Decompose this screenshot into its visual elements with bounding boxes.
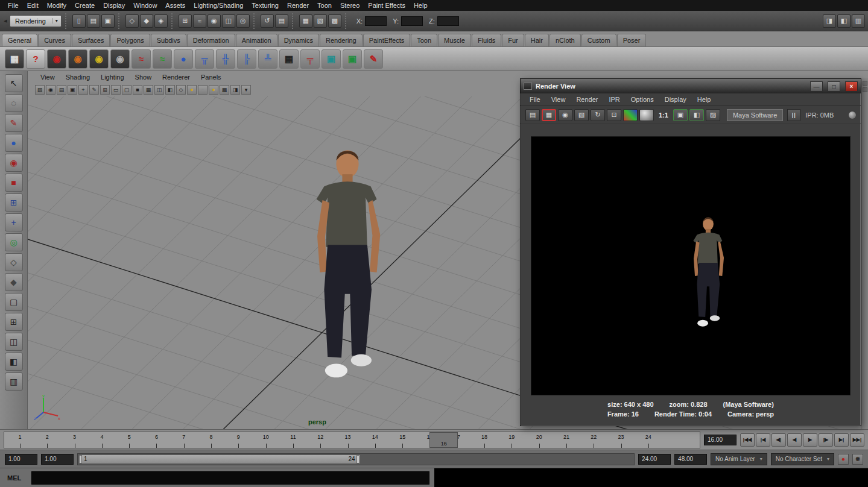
layout-hypergraph-pane-icon[interactable]: ▥: [5, 372, 23, 391]
layout-four-pane-icon[interactable]: ⊞: [5, 313, 23, 331]
toon-line-icon[interactable]: ≈: [153, 49, 172, 69]
timeline-tick[interactable]: 12: [320, 432, 347, 448]
menubar-item[interactable]: Stereo: [336, 1, 364, 10]
construction-history-icon[interactable]: ↺: [261, 14, 274, 28]
timeline-tick[interactable]: 24: [648, 432, 676, 448]
range-start-handle[interactable]: [79, 455, 82, 463]
show-manipulator-tool-icon[interactable]: ◇: [5, 253, 23, 271]
time-slider[interactable]: 123456789101112131415161718192021222324 …: [4, 432, 700, 448]
range-slider[interactable]: 1 24: [77, 453, 635, 465]
shelf-tab[interactable]: PaintEffects: [363, 34, 411, 46]
go-to-start-button[interactable]: |◀◀: [740, 433, 755, 447]
vp-safe-title-icon[interactable]: ◧: [165, 85, 175, 95]
timeline-tick[interactable]: 5: [129, 432, 156, 448]
shelf-tab[interactable]: Surfaces: [72, 34, 110, 46]
rotate-tool-icon[interactable]: ◉: [5, 154, 23, 172]
paint-effects-icon[interactable]: ≈: [131, 49, 151, 69]
universal-manipulator-icon[interactable]: ⊞: [5, 193, 23, 212]
paint-brush-icon[interactable]: ✎: [364, 49, 383, 69]
collapse-section-icon[interactable]: ◀: [3, 19, 8, 24]
container-icon[interactable]: ▣: [322, 49, 341, 69]
menubar-item[interactable]: Edit: [23, 1, 43, 10]
viewport-menu-item[interactable]: Panels: [195, 74, 227, 81]
snap-grid-icon[interactable]: ⊞: [179, 14, 192, 28]
viewport-menu-item[interactable]: Lighting: [95, 74, 130, 81]
timeline-tick[interactable]: 2: [47, 432, 74, 448]
camera-aim-icon[interactable]: ◉: [68, 49, 87, 69]
render-settings-icon[interactable]: ▩: [328, 14, 341, 28]
timeline-tick[interactable]: 21: [566, 432, 594, 448]
y-coordinate-input[interactable]: [401, 16, 423, 26]
ipr-render-icon[interactable]: ▧: [574, 109, 589, 121]
character-model[interactable]: [287, 142, 408, 403]
animation-end-field[interactable]: 48.00: [674, 454, 707, 465]
node-tree-icon[interactable]: ╠: [237, 49, 256, 69]
toggle-channel-box-icon[interactable]: ▥: [852, 14, 865, 28]
timeline-tick[interactable]: 22: [594, 432, 621, 448]
menubar-item[interactable]: Display: [99, 1, 129, 10]
range-end-handle[interactable]: [356, 455, 360, 463]
play-forwards-button[interactable]: ▶: [803, 433, 817, 447]
shelf-tab[interactable]: General: [2, 34, 37, 46]
render-view-menu-item[interactable]: File: [524, 96, 546, 103]
playback-range-bar[interactable]: 1 24: [79, 455, 360, 463]
current-time-field[interactable]: 16.00: [704, 435, 737, 445]
viewport-menu-item[interactable]: Shading: [60, 74, 95, 81]
viewport-menu-item[interactable]: View: [35, 74, 60, 81]
last-tool-icon[interactable]: ◆: [5, 273, 23, 291]
list-inputs-icon[interactable]: ▤: [275, 14, 288, 28]
toggle-tool-settings-icon[interactable]: ◧: [837, 14, 851, 28]
ipr-render-icon[interactable]: ▧: [314, 14, 327, 28]
camera-icon[interactable]: ◉: [47, 49, 66, 69]
render-view-menu-item[interactable]: View: [546, 96, 571, 103]
color-profile-icon[interactable]: ▨: [706, 109, 720, 121]
rgb-channels-icon[interactable]: [623, 109, 638, 121]
menubar-item[interactable]: Help: [410, 1, 432, 10]
hypershade-node-icon[interactable]: ╬: [216, 49, 235, 69]
timeline-tick[interactable]: 8: [211, 432, 238, 448]
lasso-select-tool-icon[interactable]: ◌: [5, 94, 23, 112]
command-feedback-area[interactable]: [434, 468, 868, 487]
vp-resolution-gate-icon[interactable]: ▢: [122, 85, 131, 95]
select-component-icon[interactable]: ◈: [154, 14, 168, 28]
shelf-tab[interactable]: Fluids: [472, 34, 501, 46]
shelf-tab[interactable]: Hair: [525, 34, 549, 46]
exposure-toggle-icon[interactable]: ▣: [673, 109, 688, 121]
z-coordinate-input[interactable]: [437, 16, 459, 26]
container-add-icon[interactable]: ▣: [343, 49, 362, 69]
timeline-tick[interactable]: 18: [484, 432, 512, 448]
vp-textured-icon[interactable]: ●: [198, 85, 207, 95]
shelf-tab[interactable]: Curves: [38, 34, 71, 46]
vp-gate-mask-icon[interactable]: ■: [133, 85, 142, 95]
timeline-tick[interactable]: 20: [539, 432, 566, 448]
refresh-ipr-icon[interactable]: ↻: [591, 109, 605, 121]
help-icon[interactable]: ?: [26, 49, 45, 69]
x-coordinate-input[interactable]: [365, 16, 387, 26]
save-scene-icon[interactable]: ▣: [101, 14, 115, 28]
vp-camera-settings-icon[interactable]: ▾: [241, 85, 251, 95]
node-branch-icon[interactable]: ╩: [258, 49, 277, 69]
rendered-image[interactable]: [531, 136, 851, 395]
vp-2d-pan-icon[interactable]: +: [78, 85, 88, 95]
timeline-tick[interactable]: 1: [20, 432, 47, 448]
menubar-item[interactable]: Assets: [161, 1, 189, 10]
render-view-menu-item[interactable]: Render: [571, 96, 603, 103]
timeline-tick[interactable]: 3: [75, 432, 102, 448]
timeline-tick[interactable]: 23: [621, 432, 648, 448]
toggle-attribute-editor-icon[interactable]: ◨: [823, 14, 836, 28]
sculpt-tool-icon[interactable]: ●: [5, 134, 23, 152]
snap-view-plane-icon[interactable]: ◫: [222, 14, 235, 28]
pause-ipr-icon[interactable]: ||: [787, 109, 800, 121]
render-view-menu-item[interactable]: Display: [659, 96, 692, 103]
menubar-item[interactable]: Toon: [313, 1, 336, 10]
menubar-item[interactable]: Texturing: [247, 1, 283, 10]
timeline-tick[interactable]: 13: [348, 432, 375, 448]
paint-select-tool-icon[interactable]: ✎: [5, 114, 23, 132]
shelf-tab[interactable]: Subdivs: [151, 34, 186, 46]
timeline-tick[interactable]: 6: [156, 432, 183, 448]
menu-set-dropdown[interactable]: Rendering ▾: [10, 15, 62, 27]
vp-bookmark-icon[interactable]: ▤: [57, 85, 66, 95]
scene-slate-icon[interactable]: ▦: [5, 49, 24, 69]
playback-end-field[interactable]: 24.00: [638, 454, 671, 465]
menubar-item[interactable]: Render: [283, 1, 313, 10]
